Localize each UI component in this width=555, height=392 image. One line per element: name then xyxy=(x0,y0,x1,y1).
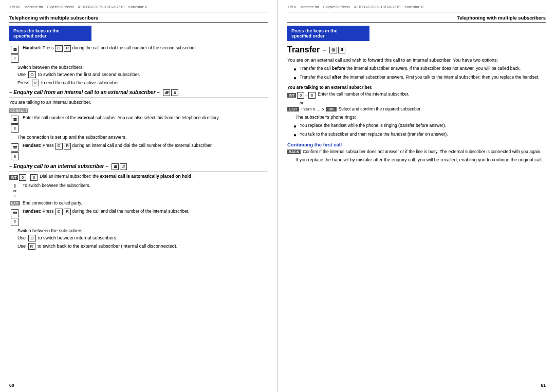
eq1-key2: ⠿ xyxy=(171,89,178,96)
bullet3-text: You replace the handset while the phone … xyxy=(300,123,446,130)
int-zero-six-right-keys: INT 0 – 6 xyxy=(287,92,316,99)
transfer-dash: – xyxy=(323,46,326,53)
enquiry-heading-1: – Enquiry call from an internal call to … xyxy=(9,89,268,98)
int-zero-six-right-icon: INT 0 – 6 xyxy=(287,91,316,99)
six-key-left: 6 xyxy=(30,174,38,181)
dial-text-block: Dial an internal subscriber; the externa… xyxy=(40,174,268,180)
page-container: 175.00 Mehrere.fm Gigaset3035isdn A31008… xyxy=(0,0,555,392)
switch-block: Switch between the subscribers: Use ⊙ to… xyxy=(17,65,268,86)
r-key-2: R xyxy=(64,143,71,150)
right-model: Gigaset3035isdn xyxy=(323,5,350,9)
dial-text-before: Dial an internal subscriber; the xyxy=(40,174,99,179)
right-top-meta: 175.0 Mehrere.fm Gigaset3035isdn A31008-… xyxy=(287,5,546,9)
subscriber-rings-text: The subscriber's phone rings: xyxy=(295,115,546,120)
handset-icon-cell-2: ☎ ⠿ xyxy=(9,143,21,160)
handset-label-2: Handset: xyxy=(23,143,41,148)
left-blue-box: Press the keys in thespecified order xyxy=(9,26,91,41)
int-badge-right: INT xyxy=(287,93,296,98)
r-key-1: R xyxy=(64,45,71,52)
handset-row-1: ☎ ⠿ Handset: Press ⊙ R during the call a… xyxy=(9,45,268,63)
or-text-right: or xyxy=(300,101,546,105)
phone-icon-2b: ⠿ xyxy=(11,124,19,133)
enquiry-keys-2: ⊞ ⠿ xyxy=(112,164,127,169)
consult-icon-cell: CONSULT xyxy=(9,108,28,113)
right-section-header: Telephoning with multiple subscribers xyxy=(287,15,546,23)
int-key-3: ⊙ xyxy=(55,209,63,215)
handset-press-1: Press xyxy=(43,45,55,50)
bullet2-bold: after xyxy=(332,74,343,80)
back-icon-cell: BACK xyxy=(287,149,301,154)
phone-icon-2: ☎ xyxy=(11,116,19,124)
left-page: 175.00 Mehrere.fm Gigaset3035isdn A31008… xyxy=(0,0,278,392)
left-correction: Korrektur: 0 xyxy=(128,5,147,9)
transfer-heading: Transfer – ⊞ ⠿ xyxy=(287,45,546,54)
bullet1-bold: before xyxy=(332,66,346,71)
connection-text: The connection is set up and the subscri… xyxy=(17,135,268,140)
list-row: LIST Intern 0 … 6 OK Select and confirm … xyxy=(287,106,546,113)
int-key-switch2: ⊙ xyxy=(28,235,36,241)
use-r2-row: Use R to switch back to the external sub… xyxy=(17,243,268,250)
right-source: Mehrere.fm xyxy=(301,5,319,9)
handset-rest-1: during the call and dial the call number… xyxy=(72,45,197,50)
enquiry-heading-2: – Enquiry call to an internal subscriber… xyxy=(9,163,268,172)
ok-badge[interactable]: OK xyxy=(326,107,337,111)
handset-text-2: Handset: Press ⊙ R during an internal ca… xyxy=(23,143,268,150)
enter-ext-before: Enter the call number of the xyxy=(23,115,76,120)
int-zero-six-icon: INT 0 – 6 xyxy=(9,174,38,181)
zero-key-left: 0 xyxy=(19,174,26,181)
left-page-footer: 60 xyxy=(9,383,14,388)
if-replace-block: If you replace the handset by mistake af… xyxy=(295,157,546,162)
enter-call-number: Enter the call number of the internal su… xyxy=(318,91,409,97)
intro-block: You are on an external call and wish to … xyxy=(287,58,546,63)
down-or-row: ⇕ or ↑ To switch between the subscribers… xyxy=(9,183,268,198)
zero-key-right: 0 xyxy=(297,92,304,99)
enter-ext-rest: subscriber. You can also select this fro… xyxy=(96,115,220,120)
transfer-key1: ⊞ xyxy=(329,47,337,53)
use-r2-label: Use xyxy=(17,244,26,249)
bullet-dot-3: ● xyxy=(293,123,298,130)
bullet-dot-2: ● xyxy=(293,74,298,82)
bullet-list-2: ● You replace the handset while the phon… xyxy=(293,123,546,139)
press-r-rest: to end the call to the active subscriber… xyxy=(41,80,120,85)
switch-again-block: Switch between the subscribers: Use ⊙ to… xyxy=(17,228,268,250)
list-badge[interactable]: LIST xyxy=(287,107,299,111)
exit-icon-cell: EXIT xyxy=(9,200,21,206)
six-key-right: 6 xyxy=(308,92,316,99)
transfer-keys: ⊞ ⠿ xyxy=(329,47,345,53)
handset-icon-cell-3: ☎ ⠿ xyxy=(9,209,21,226)
eq2-key1: ⊞ xyxy=(112,163,119,170)
right-correction: Korrektur: 0 xyxy=(404,5,423,9)
connection-block: The connection is set up and the subscri… xyxy=(17,135,268,140)
handset2-rest: during an internal call and dial the cal… xyxy=(72,143,213,148)
bullet1-before: Transfer the call xyxy=(300,66,331,71)
phone-icon-1: ☎ xyxy=(11,46,19,54)
continuing-heading: Continuing the first call xyxy=(287,142,546,147)
r-key-switch: R xyxy=(32,80,39,86)
handset-text-1: Handset: Press ⊙ R during the call and d… xyxy=(23,45,268,52)
exit-badge[interactable]: EXIT xyxy=(10,201,20,206)
int-zero-six-row: INT 0 – 6 Dial an internal subscriber; t… xyxy=(9,174,268,181)
dash-left: – xyxy=(27,176,29,179)
int-key-switch: ⊙ xyxy=(28,71,36,78)
left-blue-box-text: Press the keys in thespecified order xyxy=(13,28,60,39)
bullet4-text: You talk to the subscriber and then repl… xyxy=(300,132,448,139)
talking-internal-text: You are talking to an internal subscribe… xyxy=(9,100,268,105)
handset-row-2: ☎ ⠿ Handset: Press ⊙ R during an interna… xyxy=(9,143,268,160)
right-meta-right: 175.0 Mehrere.fm Gigaset3035isdn A31008-… xyxy=(287,5,423,9)
use-int2-rest: to switch between internal subscribers. xyxy=(38,235,118,240)
switch-subscribers-text: To switch between the subscribers. xyxy=(23,183,268,189)
int-zero-six-right-row: INT 0 – 6 Enter the call number of the i… xyxy=(287,91,546,99)
transfer-key2: ⠿ xyxy=(338,47,345,53)
use-int2-row: Use ⊙ to switch between internal subscri… xyxy=(17,235,268,241)
use-int2-label: Use xyxy=(17,235,26,240)
consult-badge[interactable]: CONSULT xyxy=(9,108,28,113)
handset-text-3: Handset: Press ⊙ R during the call and d… xyxy=(23,209,268,215)
handset2-press: Press xyxy=(43,143,55,148)
bullet-item-2: ● Transfer the call after the internal s… xyxy=(293,74,546,82)
bullet-list-1: ● Transfer the call before the internal … xyxy=(293,66,546,82)
consult-row: CONSULT xyxy=(9,108,268,113)
r-key-3: R xyxy=(64,209,71,215)
back-badge[interactable]: BACK xyxy=(287,150,301,154)
press-r-label: Press xyxy=(17,80,29,85)
right-blue-box-text: Press the keys in thespecified order xyxy=(291,28,338,39)
